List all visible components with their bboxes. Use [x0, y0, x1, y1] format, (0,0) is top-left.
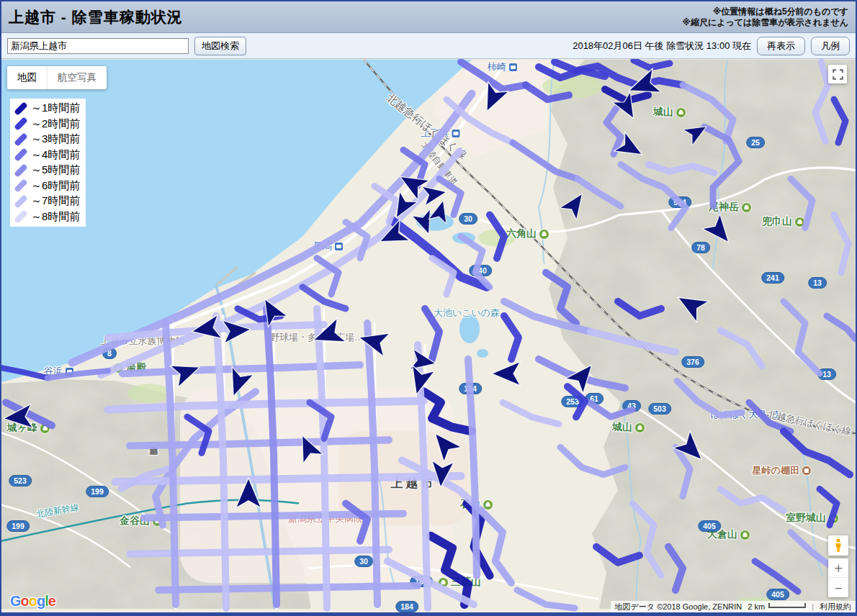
- scale-bar: [768, 603, 806, 608]
- legend-item-8h: ～8時間前: [12, 209, 80, 225]
- legend-swatch: [12, 148, 30, 162]
- pegman-icon: [833, 538, 843, 553]
- google-logo-letter: G: [10, 593, 21, 609]
- map-type-control: 地図 航空写真: [7, 66, 107, 89]
- legend-label: ～3時間前: [31, 132, 80, 146]
- notice-line-2: ※縮尺によっては除雪車が表示されません: [682, 17, 848, 28]
- legend-item-1h: ～1時間前: [12, 101, 80, 117]
- toolbar: 地図検索 2018年02月06日 午後 除雪状況 13:00 現在 再表示 凡例: [1, 33, 856, 59]
- legend-swatch: [12, 194, 30, 209]
- legend-item-2h: ～2時間前: [12, 117, 80, 132]
- notice-line-1: ※位置情報は概ね5分前のものです: [682, 6, 848, 17]
- map-data-credit: 地図データ ©2018 Google, ZENRIN: [615, 602, 742, 612]
- google-logo[interactable]: Google: [10, 593, 55, 610]
- scale-label: 2 km: [748, 602, 765, 611]
- legend-swatch: [12, 101, 30, 116]
- legend-label: ～1時間前: [31, 101, 80, 115]
- legend-label: ～6時間前: [31, 179, 80, 193]
- google-logo-letter: g: [37, 593, 45, 609]
- legend-button[interactable]: 凡例: [811, 37, 850, 55]
- map-canvas[interactable]: 城山▲尾神岳▲兜巾山▲六角山▲城山▲石山▲▲三墓山大倉山▲室野城山▲金谷山▲城ヶ…: [1, 59, 856, 612]
- fullscreen-button[interactable]: [828, 65, 847, 83]
- legend-swatch: [12, 132, 30, 147]
- map-type-satellite-button[interactable]: 航空写真: [47, 66, 107, 89]
- legend-swatch: [12, 209, 30, 224]
- page-title: 上越市 - 除雪車稼動状況: [9, 7, 183, 27]
- legend-label: ～8時間前: [31, 210, 80, 224]
- legend-label: ～7時間前: [31, 194, 80, 208]
- legend-item-5h: ～5時間前: [12, 163, 80, 178]
- google-logo-letter: o: [29, 593, 37, 609]
- legend-item-6h: ～6時間前: [12, 178, 80, 194]
- legend-label: ～2時間前: [31, 117, 80, 131]
- legend-item-4h: ～4時間前: [12, 148, 80, 163]
- legend-swatch: [12, 178, 30, 193]
- legend-panel: ～1時間前～2時間前～3時間前～4時間前～5時間前～6時間前～7時間前～8時間前: [10, 99, 86, 227]
- fullscreen-icon: [833, 69, 843, 80]
- map-type-map-button[interactable]: 地図: [7, 66, 47, 89]
- header-notices: ※位置情報は概ね5分前のものです ※縮尺によっては除雪車が表示されません: [682, 6, 848, 28]
- pegman-button[interactable]: [828, 535, 848, 556]
- zoom-control: ＋ －: [828, 558, 848, 597]
- zoom-in-button[interactable]: ＋: [828, 558, 848, 578]
- legend-label: ～4時間前: [31, 148, 80, 162]
- legend-item-7h: ～7時間前: [12, 194, 80, 209]
- status-text: 2018年02月06日 午後 除雪状況 13:00 現在: [573, 40, 751, 53]
- legend-item-3h: ～3時間前: [12, 132, 80, 148]
- search-input[interactable]: [7, 38, 189, 54]
- zoom-out-button[interactable]: －: [828, 578, 848, 597]
- attribution-divider: |: [812, 602, 814, 611]
- map-base: [1, 59, 856, 612]
- google-logo-letter: o: [21, 593, 29, 609]
- legend-swatch: [12, 117, 30, 131]
- google-logo-letter: e: [48, 593, 55, 609]
- refresh-button[interactable]: 再表示: [757, 37, 805, 55]
- app-window: 上越市 - 除雪車稼動状況 ※位置情報は概ね5分前のものです ※縮尺によっては除…: [0, 0, 857, 616]
- terms-of-use-link[interactable]: 利用規約: [820, 602, 851, 612]
- scale-control: 2 km: [748, 602, 806, 611]
- legend-label: ～5時間前: [31, 163, 80, 177]
- map-attribution: 地図データ ©2018 Google, ZENRIN 2 km | 利用規約: [611, 601, 856, 612]
- title-bar: 上越市 - 除雪車稼動状況 ※位置情報は概ね5分前のものです ※縮尺によっては除…: [1, 1, 856, 33]
- legend-swatch: [12, 163, 30, 178]
- map-search-button[interactable]: 地図検索: [194, 37, 246, 55]
